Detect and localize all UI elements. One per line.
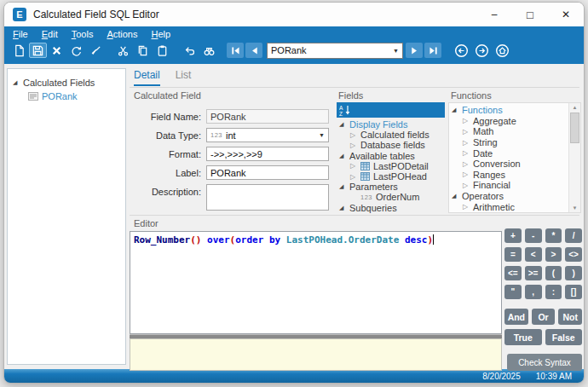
expanded-icon[interactable]: ◢: [339, 183, 349, 190]
keypad-quote-button[interactable]: ": [504, 285, 522, 299]
chevron-down-icon[interactable]: ▼: [319, 132, 325, 138]
collapsed-icon[interactable]: ▷: [463, 203, 473, 211]
navigate-home-button[interactable]: [494, 43, 510, 58]
keypad-less-than-button[interactable]: <: [525, 247, 542, 262]
record-first-button[interactable]: [227, 43, 244, 58]
menu-help[interactable]: Help: [152, 29, 171, 39]
sql-code-editor[interactable]: Row_Number() over(order by LastPOHead.Or…: [130, 231, 502, 334]
description-input[interactable]: [206, 184, 329, 211]
label-input[interactable]: PORank: [206, 165, 329, 180]
collapsed-icon[interactable]: ▷: [350, 131, 360, 139]
keypad-close-paren-button[interactable]: ): [565, 266, 582, 280]
toolbar-paste-button[interactable]: [153, 42, 172, 59]
fields-item-parameters[interactable]: ◢Parameters: [337, 182, 445, 192]
toolbar-copy-button[interactable]: [133, 42, 153, 59]
functions-item-operators[interactable]: ◢Operators: [449, 191, 569, 202]
minimize-button[interactable]: –: [476, 3, 512, 26]
keypad-greater-than-button[interactable]: >: [545, 247, 562, 262]
functions-item-aggregate[interactable]: ▷Aggregate: [449, 116, 569, 127]
keypad-less-equal-button[interactable]: <=: [504, 266, 522, 280]
fields-item-available-tables[interactable]: ◢Available tables: [337, 151, 445, 161]
fields-item-display-fields[interactable]: ◢Display Fields: [337, 119, 445, 130]
scroll-up-icon[interactable]: ▲: [573, 103, 578, 112]
collapsed-icon[interactable]: ▷: [463, 149, 473, 157]
scroll-down-icon[interactable]: ▼: [573, 204, 578, 212]
expanded-icon[interactable]: ◢: [452, 107, 462, 113]
tab-list[interactable]: List: [176, 69, 192, 86]
fields-item-lastpohead[interactable]: ▷LastPOHead: [337, 171, 445, 182]
navigate-back-button[interactable]: [453, 43, 469, 58]
functions-item-conversion[interactable]: ▷Conversion: [449, 159, 569, 170]
record-last-button[interactable]: [424, 43, 441, 58]
toolbar-delete-button[interactable]: [47, 42, 66, 59]
functions-item-date[interactable]: ▷Date: [449, 147, 569, 159]
toolbar-refresh-button[interactable]: [66, 42, 86, 59]
keypad-divide-button[interactable]: /: [565, 228, 582, 243]
keypad-colon-button[interactable]: :: [545, 285, 562, 299]
data-type-select[interactable]: 123int▼: [206, 128, 329, 142]
collapsed-icon[interactable]: ▷: [463, 117, 473, 124]
field-name-input[interactable]: PORank: [206, 109, 329, 124]
fields-item-subqueries[interactable]: ◢Subqueries: [337, 203, 445, 213]
fields-item-ordernum[interactable]: 123OrderNum: [337, 192, 445, 202]
format-input[interactable]: ->>,>>>,>>9: [206, 147, 329, 161]
toolbar-cut-button[interactable]: [113, 42, 133, 59]
keypad-not-equal-button[interactable]: <>: [565, 247, 582, 262]
sort-az-icon[interactable]: AZ: [339, 104, 351, 116]
keypad-multiply-button[interactable]: *: [545, 228, 562, 243]
functions-item-string[interactable]: ▷String: [449, 137, 569, 148]
chevron-down-icon[interactable]: ▼: [393, 48, 399, 54]
toolbar-find-button[interactable]: [199, 42, 219, 59]
functions-scrollbar[interactable]: ▲ ▼: [568, 103, 580, 212]
menu-tools[interactable]: Tools: [72, 29, 94, 39]
toolbar-undo-button[interactable]: [180, 42, 199, 59]
keypad-minus-button[interactable]: -: [525, 228, 542, 243]
functions-item-arithmetic[interactable]: ▷Arithmetic: [449, 201, 569, 212]
collapsed-icon[interactable]: ▷: [463, 128, 473, 136]
menu-actions[interactable]: Actions: [107, 29, 137, 39]
functions-item-financial[interactable]: ▷Financial: [449, 180, 569, 191]
keypad-greater-equal-button[interactable]: >=: [525, 266, 542, 280]
check-syntax-button[interactable]: Check Syntax: [507, 354, 582, 371]
expanded-icon[interactable]: ◢: [452, 193, 462, 199]
keypad-not-button[interactable]: Not: [558, 309, 582, 325]
maximize-button[interactable]: □: [512, 3, 548, 26]
keypad-true-button[interactable]: True: [504, 329, 542, 345]
fields-item-lastpodetail[interactable]: ▷LastPODetail: [337, 161, 445, 171]
expanded-icon[interactable]: ◢: [339, 205, 349, 211]
fields-item-database-fields[interactable]: ▷Database fields: [337, 140, 445, 150]
keypad-open-paren-button[interactable]: (: [545, 266, 562, 280]
menu-edit[interactable]: Edit: [42, 29, 58, 39]
collapsed-icon[interactable]: ▷: [463, 160, 473, 168]
keypad-or-button[interactable]: Or: [532, 309, 556, 325]
expanded-icon[interactable]: ◢: [339, 121, 349, 128]
collapsed-icon[interactable]: ▷: [463, 170, 473, 178]
record-selector[interactable]: PORank▼: [267, 43, 403, 59]
close-button[interactable]: ✕: [548, 3, 584, 26]
collapsed-icon[interactable]: ▷: [350, 173, 360, 181]
tree-item-calculated-fields[interactable]: ◢ Calculated Fields: [8, 76, 125, 90]
keypad-brackets-button[interactable]: []: [565, 285, 582, 299]
fields-item-calculated-fields[interactable]: ▷Calculated fields: [337, 130, 445, 140]
expanded-icon[interactable]: ◢: [339, 153, 349, 159]
record-previous-button[interactable]: [245, 43, 262, 58]
toolbar-clean-button[interactable]: [86, 42, 106, 59]
scrollbar-thumb[interactable]: [570, 113, 579, 143]
functions-item-functions[interactable]: ◢Functions: [449, 105, 569, 116]
tab-detail[interactable]: Detail: [134, 69, 160, 86]
expanded-icon[interactable]: ◢: [13, 79, 23, 86]
collapsed-icon[interactable]: ▷: [463, 182, 473, 189]
functions-item-boolean[interactable]: ▷Boolean: [449, 212, 569, 213]
functions-item-ranges[interactable]: ▷Ranges: [449, 170, 569, 181]
tree-item-porank[interactable]: PORank: [8, 90, 125, 103]
navigate-forward-button[interactable]: [474, 43, 489, 58]
keypad-plus-button[interactable]: +: [504, 228, 522, 243]
collapsed-icon[interactable]: ▷: [463, 139, 473, 147]
keypad-comma-button[interactable]: ,: [525, 285, 542, 299]
record-next-button[interactable]: [406, 43, 423, 58]
collapsed-icon[interactable]: ▷: [350, 142, 360, 149]
functions-item-math[interactable]: ▷Math: [449, 126, 569, 137]
keypad-and-button[interactable]: And: [504, 309, 528, 325]
keypad-equals-button[interactable]: =: [504, 247, 522, 262]
collapsed-icon[interactable]: ▷: [350, 162, 360, 170]
